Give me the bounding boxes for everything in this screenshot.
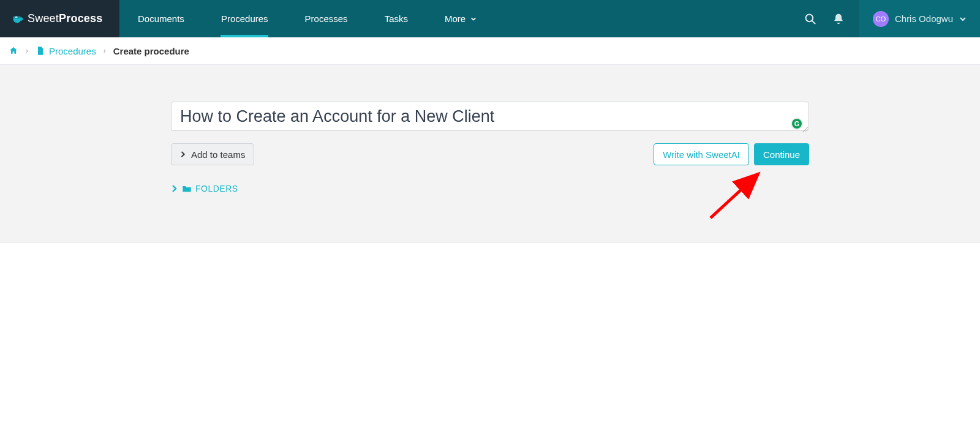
brand-logo[interactable]: SweetProcess — [0, 0, 119, 37]
nav-item-documents[interactable]: Documents — [119, 0, 203, 37]
nav-item-label: Documents — [138, 13, 184, 24]
svg-line-3 — [812, 20, 815, 23]
button-label: Add to teams — [191, 149, 245, 160]
nav-item-processes[interactable]: Processes — [287, 0, 366, 37]
nav-item-tasks[interactable]: Tasks — [366, 0, 426, 37]
continue-button[interactable]: Continue — [754, 143, 809, 165]
chevron-right-icon — [180, 151, 186, 157]
breadcrumb-current: Create procedure — [113, 46, 189, 56]
breadcrumb-procedures[interactable]: Procedures — [36, 46, 96, 56]
nav-item-label: Processes — [305, 13, 348, 24]
grammarly-icon[interactable]: G — [791, 118, 803, 130]
form-action-row: Add to teams Write with SweetAI Continue — [171, 143, 809, 165]
user-menu[interactable]: CO Chris Odogwu — [859, 0, 980, 37]
folders-label: FOLDERS — [195, 184, 238, 193]
search-icon[interactable] — [804, 13, 816, 25]
folder-icon — [182, 184, 192, 193]
button-label: Write with SweetAI — [663, 149, 740, 160]
brand-name: SweetProcess — [28, 12, 102, 25]
nav-item-more[interactable]: More — [426, 0, 495, 37]
breadcrumb-home[interactable] — [9, 46, 18, 56]
avatar-initials: CO — [876, 15, 886, 23]
top-nav-bar: SweetProcess Documents Procedures Proces… — [0, 0, 980, 37]
chevron-down-icon — [959, 15, 967, 23]
textarea-resize-handle[interactable] — [802, 126, 808, 132]
chevron-right-icon — [171, 185, 178, 192]
add-to-teams-button[interactable]: Add to teams — [171, 143, 254, 165]
grammarly-initial: G — [794, 120, 800, 127]
chevron-down-icon — [470, 16, 477, 22]
title-field-wrap: G — [171, 102, 809, 133]
avatar: CO — [873, 11, 889, 27]
breadcrumb-separator: › — [104, 47, 106, 55]
primary-nav: Documents Procedures Processes Tasks Mor… — [119, 0, 495, 37]
user-name-label: Chris Odogwu — [895, 13, 953, 24]
nav-item-label: More — [445, 13, 466, 24]
nav-item-label: Procedures — [221, 13, 268, 24]
breadcrumb-label: Procedures — [49, 46, 96, 56]
cup-icon — [11, 12, 24, 26]
svg-point-1 — [15, 16, 17, 17]
file-icon — [36, 46, 45, 56]
breadcrumb: › Procedures › Create procedure — [0, 37, 980, 65]
home-icon — [9, 46, 18, 56]
button-label: Continue — [763, 149, 800, 160]
bell-icon[interactable] — [832, 13, 845, 25]
procedure-title-input[interactable] — [171, 102, 809, 131]
write-with-sweetai-button[interactable]: Write with SweetAI — [654, 143, 749, 165]
breadcrumb-separator: › — [26, 47, 28, 55]
folders-toggle[interactable]: FOLDERS — [171, 184, 809, 193]
create-procedure-panel: G Add to teams Write with SweetAI Contin… — [0, 65, 980, 243]
topbar-utility-icons — [804, 0, 859, 37]
nav-item-label: Tasks — [385, 13, 408, 24]
nav-item-procedures[interactable]: Procedures — [203, 0, 287, 37]
